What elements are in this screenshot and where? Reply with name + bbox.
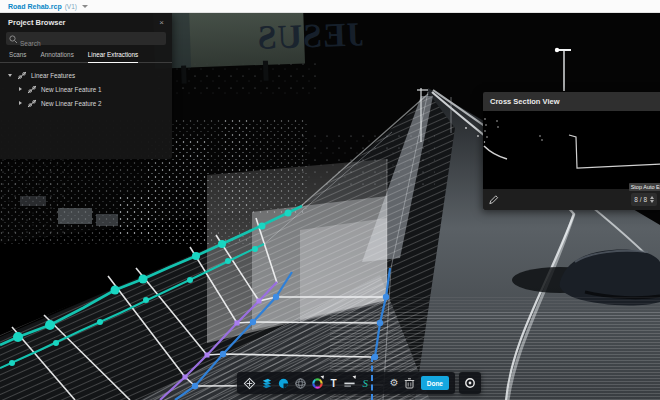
stepper-arrows[interactable] [650, 196, 654, 204]
tree-item-label: New Linear Feature 1 [41, 86, 102, 93]
search-box[interactable] [6, 32, 166, 45]
project-browser-panel: Project Browser × Scans Annotations Line… [0, 13, 172, 159]
project-title[interactable]: Road Rehab.rcp [8, 3, 62, 10]
search-icon [9, 35, 18, 44]
preferences-pill[interactable] [459, 372, 481, 394]
edit-pencil-icon[interactable] [488, 194, 499, 205]
trash-icon[interactable] [404, 376, 415, 390]
annotation-text-icon[interactable]: T [328, 376, 339, 390]
done-button[interactable]: Done [421, 376, 449, 390]
settings-gear-icon[interactable]: ⚙ [389, 376, 400, 390]
billboard-text: JESUS [256, 15, 364, 56]
arrow-up-icon[interactable] [650, 196, 654, 199]
close-icon[interactable]: × [159, 20, 164, 26]
cross-section-toolbar: Stop Auto Ext 8 / 8 [483, 189, 660, 210]
cross-section-panel: Cross Section View Stop Auto Ext [483, 92, 660, 210]
view-mode-sphere-icon[interactable] [294, 376, 307, 390]
section-counter-stepper[interactable]: 8 / 8 [631, 193, 657, 206]
chevron-down-icon[interactable] [82, 5, 88, 8]
linear-feature-icon [27, 85, 37, 94]
cross-section-profile [483, 111, 660, 189]
project-browser-title: Project Browser [8, 18, 66, 27]
expander-open-icon[interactable] [8, 74, 12, 77]
tree-item-linear-features[interactable]: Linear Features [0, 68, 172, 82]
tree-item-label: New Linear Feature 2 [41, 100, 102, 107]
navigate-icon[interactable] [243, 376, 256, 390]
arrow-down-icon[interactable] [650, 200, 654, 203]
gear-icon [464, 377, 476, 389]
project-version: (V1) [65, 3, 77, 10]
expander-closed-icon[interactable] [19, 87, 22, 91]
cross-section-title: Cross Section View [490, 97, 559, 106]
tab-linear-extractions[interactable]: Linear Extractions [88, 51, 138, 63]
tab-scans[interactable]: Scans [9, 51, 27, 62]
tree-item-label: Linear Features [31, 72, 75, 79]
tree-item-new-linear-feature-1[interactable]: New Linear Feature 1 [0, 82, 172, 96]
color-mode-icon[interactable] [311, 376, 324, 390]
tree-item-new-linear-feature-2[interactable]: New Linear Feature 2 [0, 96, 172, 110]
section-counter-value: 8 / 8 [634, 196, 647, 203]
scan-locations-icon[interactable] [277, 376, 290, 390]
feature-tree: Linear Features New Linear Feature 1 [0, 63, 172, 110]
cross-section-view[interactable] [483, 111, 660, 189]
tab-annotations[interactable]: Annotations [41, 51, 74, 62]
extraction-direction-indicator [371, 356, 373, 400]
linear-feature-icon [27, 99, 37, 108]
stop-auto-extraction-button[interactable]: Stop Auto Ext [629, 183, 660, 191]
expander-closed-icon[interactable] [19, 101, 22, 105]
title-bar: Road Rehab.rcp (V1) [0, 0, 660, 13]
spline-extraction-icon[interactable]: S [360, 376, 371, 390]
search-input[interactable] [6, 37, 166, 50]
linear-feature-icon [17, 71, 27, 80]
layers-icon[interactable] [260, 376, 273, 390]
app-window: JESUS [0, 0, 660, 400]
measure-icon[interactable] [343, 376, 356, 390]
view-toolbar: T S ⚙ Done [237, 372, 455, 394]
